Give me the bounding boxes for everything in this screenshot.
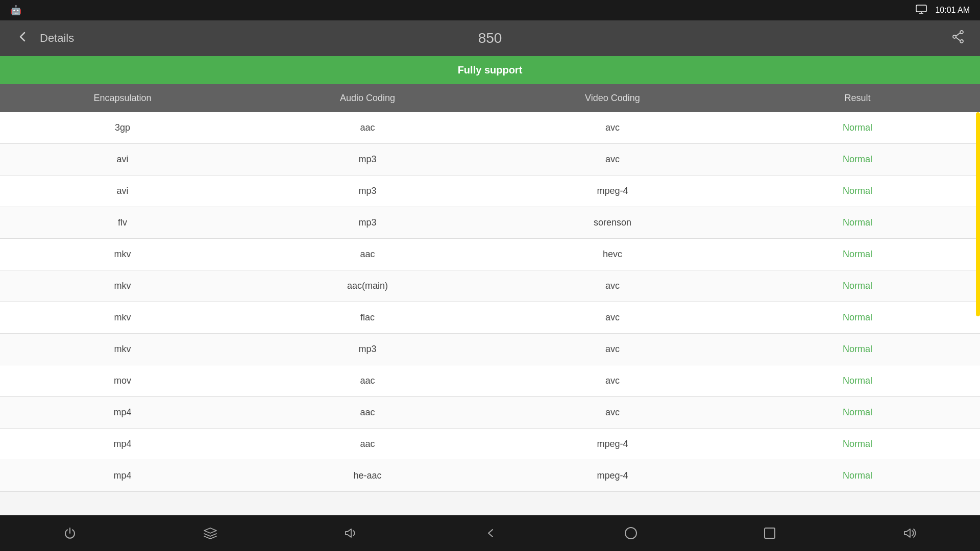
back-nav-button[interactable] (484, 527, 498, 540)
cell-audio-coding: aac(main) (245, 281, 490, 291)
volume-up-button[interactable] (902, 527, 917, 540)
table-row: mkv aac(main) avc Normal (0, 270, 980, 302)
cell-video-coding: mpeg-4 (490, 470, 735, 481)
table-row: mkv mp3 avc Normal (0, 334, 980, 365)
header-audio-coding: Audio Coding (245, 93, 490, 104)
cell-video-coding: avc (490, 122, 735, 133)
header-result: Result (735, 93, 980, 104)
cell-video-coding: avc (490, 407, 735, 418)
cell-encapsulation: mkv (0, 281, 245, 291)
cell-video-coding: avc (490, 312, 735, 323)
page-title: Details (40, 32, 74, 45)
cell-audio-coding: aac (245, 439, 490, 449)
home-button[interactable] (624, 527, 638, 540)
cell-encapsulation: mp4 (0, 439, 245, 449)
cell-audio-coding: mp3 (245, 344, 490, 355)
cell-result: Normal (735, 186, 980, 196)
svg-point-3 (960, 40, 963, 43)
center-number: 850 (478, 30, 502, 46)
cell-video-coding: avc (490, 375, 735, 386)
android-icon: 🤖 (10, 5, 21, 16)
power-button[interactable] (63, 527, 77, 540)
svg-point-6 (625, 528, 636, 539)
cell-encapsulation: mp4 (0, 470, 245, 481)
cell-audio-coding: aac (245, 249, 490, 260)
cell-video-coding: sorenson (490, 217, 735, 228)
support-banner: Fully support (0, 56, 980, 84)
cell-result: Normal (735, 312, 980, 323)
svg-line-4 (956, 33, 960, 36)
cell-result: Normal (735, 375, 980, 386)
table-row: mov aac avc Normal (0, 365, 980, 397)
cell-audio-coding: aac (245, 375, 490, 386)
table-row: flv mp3 sorenson Normal (0, 207, 980, 239)
table-row: mkv aac hevc Normal (0, 239, 980, 270)
svg-rect-7 (765, 528, 775, 538)
cell-result: Normal (735, 122, 980, 133)
table-row: mp4 aac avc Normal (0, 397, 980, 429)
cell-encapsulation: mkv (0, 312, 245, 323)
cell-encapsulation: mkv (0, 249, 245, 260)
cell-encapsulation: 3gp (0, 122, 245, 133)
cell-result: Normal (735, 407, 980, 418)
svg-line-5 (956, 37, 960, 40)
cell-encapsulation: flv (0, 217, 245, 228)
cell-video-coding: avc (490, 154, 735, 165)
cell-encapsulation: mp4 (0, 407, 245, 418)
table-row: avi mp3 mpeg-4 Normal (0, 176, 980, 207)
recent-apps-button[interactable] (764, 527, 776, 539)
cell-result: Normal (735, 154, 980, 165)
table-row: 3gp aac avc Normal (0, 112, 980, 144)
cell-encapsulation: mkv (0, 344, 245, 355)
header-video-coding: Video Coding (490, 93, 735, 104)
status-time: 10:01 AM (935, 6, 970, 15)
cell-video-coding: mpeg-4 (490, 186, 735, 196)
status-bar-right: 10:01 AM (916, 5, 970, 16)
cell-audio-coding: aac (245, 407, 490, 418)
header-encapsulation: Encapsulation (0, 93, 245, 104)
cell-result: Normal (735, 470, 980, 481)
status-bar: 🤖 10:01 AM (0, 0, 980, 20)
cell-video-coding: avc (490, 344, 735, 355)
cell-audio-coding: mp3 (245, 217, 490, 228)
display-icon (916, 5, 927, 16)
table-row: mkv flac avc Normal (0, 302, 980, 334)
back-button[interactable] (15, 30, 30, 47)
layers-button[interactable] (203, 528, 217, 539)
cell-result: Normal (735, 249, 980, 260)
bottom-nav (0, 515, 980, 551)
cell-encapsulation: avi (0, 186, 245, 196)
volume-down-button[interactable] (344, 527, 358, 540)
cell-audio-coding: aac (245, 122, 490, 133)
cell-video-coding: mpeg-4 (490, 439, 735, 449)
svg-point-2 (953, 35, 956, 38)
cell-video-coding: hevc (490, 249, 735, 260)
cell-audio-coding: mp3 (245, 186, 490, 196)
svg-rect-0 (916, 5, 926, 12)
table-header: Encapsulation Audio Coding Video Coding … (0, 84, 980, 112)
table-row: avi mp3 avc Normal (0, 144, 980, 176)
share-button[interactable] (951, 30, 965, 46)
cell-encapsulation: avi (0, 154, 245, 165)
svg-point-1 (960, 31, 963, 34)
cell-audio-coding: he-aac (245, 470, 490, 481)
cell-encapsulation: mov (0, 375, 245, 386)
scroll-indicator (976, 112, 980, 316)
table-row: mp4 he-aac mpeg-4 Normal (0, 460, 980, 492)
cell-audio-coding: mp3 (245, 154, 490, 165)
cell-result: Normal (735, 281, 980, 291)
cell-audio-coding: flac (245, 312, 490, 323)
support-banner-text: Fully support (458, 64, 523, 76)
table-rows: 3gp aac avc Normal avi mp3 avc Normal av… (0, 112, 980, 492)
table-container: Encapsulation Audio Coding Video Coding … (0, 84, 980, 492)
cell-video-coding: avc (490, 281, 735, 291)
cell-result: Normal (735, 439, 980, 449)
main-content: Fully support Encapsulation Audio Coding… (0, 56, 980, 515)
top-bar: Details 850 (0, 20, 980, 56)
status-bar-left: 🤖 (10, 5, 21, 16)
table-row: mp4 aac mpeg-4 Normal (0, 429, 980, 460)
cell-result: Normal (735, 217, 980, 228)
cell-result: Normal (735, 344, 980, 355)
